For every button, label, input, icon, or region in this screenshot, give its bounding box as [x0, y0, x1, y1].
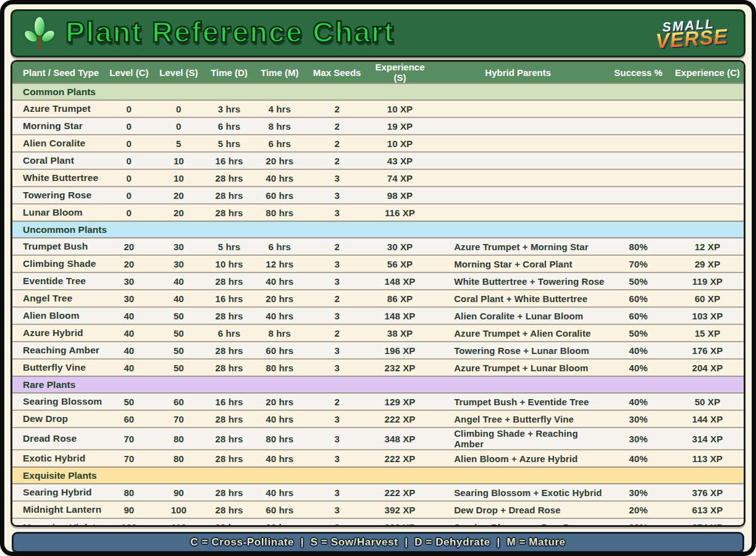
cell-level-s: 30	[153, 255, 204, 272]
cell-experience-s: 232 XP	[369, 359, 430, 376]
cell-time-m: 12 hrs	[254, 255, 305, 272]
cell-plant: Reaching Amber	[12, 342, 104, 359]
cell-experience-c: 113 XP	[671, 450, 744, 467]
cell-success	[605, 117, 671, 135]
cell-hybrid-parents	[430, 117, 605, 135]
column-header-time-m: Time (M)	[254, 62, 305, 83]
column-header-level-s: Level (S)	[153, 62, 204, 83]
cell-success: 40%	[605, 359, 671, 376]
cell-level-c: 0	[104, 117, 153, 135]
cell-hybrid-parents: Trumpet Bush + Eventide Tree	[430, 393, 605, 410]
cell-experience-s: 116 XP	[369, 204, 430, 221]
cell-level-c: 0	[104, 204, 153, 221]
cell-plant: Mourning Violet	[12, 518, 104, 527]
cell-experience-s: 30 XP	[369, 238, 430, 255]
cell-level-s: 0	[153, 117, 204, 135]
cell-experience-c: 613 XP	[671, 501, 744, 518]
cell-max-seeds: 2	[305, 290, 369, 307]
cell-time-d: 28 hrs	[204, 410, 254, 428]
cell-experience-c: 176 XP	[671, 342, 744, 359]
cell-time-m: 4 hrs	[254, 100, 305, 117]
cell-experience-s: 392 XP	[369, 501, 430, 518]
cell-level-s: 60	[153, 393, 204, 410]
cell-level-s: 90	[153, 484, 204, 501]
cell-max-seeds: 2	[305, 324, 369, 342]
cell-level-s: 20	[153, 187, 204, 204]
cell-hybrid-parents: Dew Drop + Dread Rose	[430, 501, 605, 518]
cell-hybrid-parents: White Buttertree + Towering Rose	[430, 272, 605, 290]
cell-level-c: 30	[104, 272, 153, 290]
cell-plant: Towering Rose	[12, 187, 104, 204]
cell-level-s: 0	[153, 100, 204, 117]
cell-experience-s: 19 XP	[369, 117, 430, 135]
cell-level-s: 10	[153, 169, 204, 187]
cell-experience-s: 222 XP	[369, 410, 430, 428]
cell-experience-c: 60 XP	[671, 290, 744, 307]
cell-experience-c: 15 XP	[671, 324, 744, 342]
cell-time-d: 16 hrs	[204, 290, 254, 307]
table-row: Dew Drop607028 hrs40 hrs3222 XPAngel Tre…	[12, 410, 744, 428]
cell-level-c: 40	[104, 359, 153, 376]
cell-level-s: 5	[153, 135, 204, 152]
cell-hybrid-parents: Alien Bloom + Azure Hybrid	[430, 450, 605, 467]
cell-experience-s: 86 XP	[369, 290, 430, 307]
cell-level-c: 0	[104, 187, 153, 204]
cell-success: 80%	[605, 238, 671, 255]
cell-time-m: 60 hrs	[254, 187, 305, 204]
cell-success: 70%	[605, 255, 671, 272]
cell-max-seeds: 3	[305, 169, 369, 187]
cell-max-seeds: 2	[305, 100, 369, 117]
cell-time-m: 40 hrs	[254, 169, 305, 187]
cell-max-seeds: 3	[305, 342, 369, 359]
table-row: White Buttertree01028 hrs40 hrs374 XP	[12, 169, 744, 187]
cell-plant: Alien Coralite	[12, 135, 104, 152]
cell-hybrid-parents: Coral Plant + White Buttertree	[430, 290, 605, 307]
table-row: Butterfly Vine405028 hrs80 hrs3232 XPAzu…	[12, 359, 744, 376]
cell-experience-c: 50 XP	[671, 393, 744, 410]
plant-sprout-icon	[22, 14, 57, 54]
cell-time-d: 5 hrs	[204, 135, 254, 152]
cell-level-c: 100	[104, 518, 153, 527]
cell-level-s: 50	[153, 307, 204, 324]
cell-level-s: 30	[153, 238, 204, 255]
column-header-success: Success %	[605, 62, 671, 83]
cell-hybrid-parents: Angel Tree + Butterfly Vine	[430, 410, 605, 428]
cell-time-d: 28 hrs	[204, 187, 254, 204]
cell-level-s: 70	[153, 410, 204, 428]
column-header-row: Plant / Seed TypeLevel (C)Level (S)Time …	[12, 62, 744, 83]
cell-level-s: 80	[153, 450, 204, 467]
cell-experience-c: 103 XP	[671, 307, 744, 324]
cell-level-s: 10	[153, 152, 204, 169]
cell-level-c: 20	[104, 255, 153, 272]
plant-table-frame: Plant / Seed TypeLevel (C)Level (S)Time …	[10, 60, 746, 527]
cell-time-d: 28 hrs	[204, 169, 254, 187]
cell-success: 40%	[605, 342, 671, 359]
cell-experience-c: 314 XP	[671, 428, 744, 450]
cell-plant: Searing Blossom	[12, 393, 104, 410]
cell-experience-c: 204 XP	[671, 359, 744, 376]
cell-max-seeds: 3	[305, 450, 369, 467]
cell-experience-c: 29 XP	[671, 255, 744, 272]
cell-experience-s: 392 XP	[369, 518, 430, 527]
plant-table: Plant / Seed TypeLevel (C)Level (S)Time …	[12, 62, 744, 527]
cell-time-m: 40 hrs	[254, 484, 305, 501]
cell-success: 30%	[605, 484, 671, 501]
section-header-rare: Rare Plants	[12, 376, 744, 393]
table-row: Trumpet Bush20305 hrs6 hrs230 XPAzure Tr…	[12, 238, 744, 255]
cell-success: 60%	[605, 290, 671, 307]
cell-experience-c: 376 XP	[671, 484, 744, 501]
cell-max-seeds: 3	[305, 428, 369, 450]
cell-level-s: 50	[153, 359, 204, 376]
cell-plant: Trumpet Bush	[12, 238, 104, 255]
cell-plant: Exotic Hybrid	[12, 450, 104, 467]
column-header-level-c: Level (C)	[104, 62, 153, 83]
cell-time-m: 80 hrs	[254, 359, 305, 376]
cell-max-seeds: 3	[305, 410, 369, 428]
cell-level-c: 80	[104, 484, 153, 501]
cell-max-seeds: 2	[305, 393, 369, 410]
cell-max-seeds: 3	[305, 307, 369, 324]
table-row: Azure Hybrid40506 hrs8 hrs238 XPAzure Tr…	[12, 324, 744, 342]
cell-time-m: 8 hrs	[254, 324, 305, 342]
cell-experience-s: 348 XP	[369, 428, 430, 450]
cell-success: 30%	[605, 518, 671, 527]
